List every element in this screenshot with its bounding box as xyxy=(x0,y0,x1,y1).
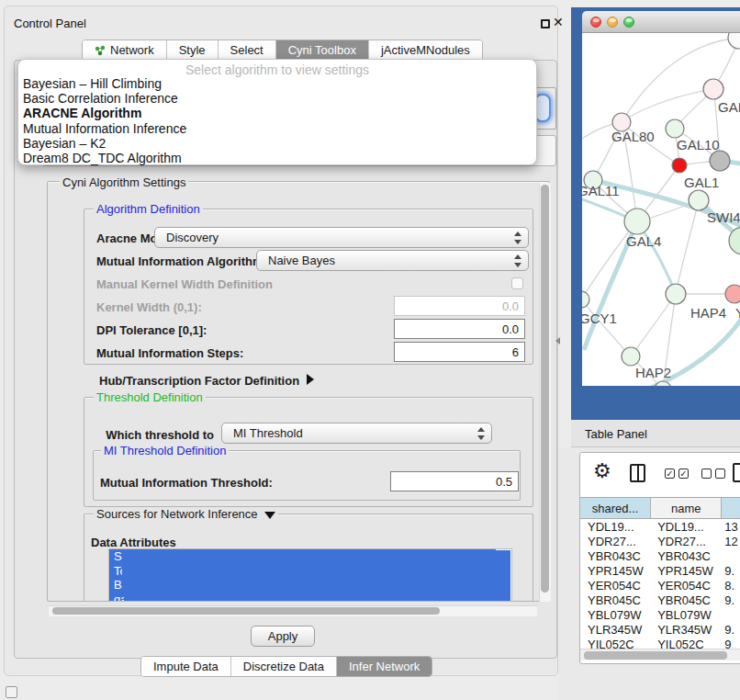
manual-kernel-label: Manual Kernel Width Definition xyxy=(96,277,273,291)
table-row[interactable]: YIL052C YIL052C 9 xyxy=(580,638,740,649)
network-edge[interactable] xyxy=(582,299,631,356)
top-tab-bar: Network Style Select Cyni Toolbox jActiv… xyxy=(82,40,483,61)
column-header-shared[interactable]: shared... xyxy=(580,498,651,518)
tab-infer-network[interactable]: Infer Network xyxy=(337,657,432,676)
cell-value: 9. xyxy=(722,564,740,579)
stepper-icon xyxy=(513,231,522,244)
minimize-traffic-icon[interactable] xyxy=(607,17,618,28)
dropdown-item[interactable]: Basic Correlation Inference xyxy=(18,91,536,106)
network-node-gal[interactable] xyxy=(703,79,723,99)
node-label: Y xyxy=(735,305,740,321)
zoom-traffic-icon[interactable] xyxy=(623,17,634,28)
network-node-swi4[interactable] xyxy=(689,190,709,210)
float-window-icon[interactable] xyxy=(541,19,550,28)
column-header-name[interactable]: name xyxy=(651,498,722,518)
table-body: YDL19... YDL19... 13 YDR27... YDR27... 1… xyxy=(580,520,740,649)
cell-shared-name: YER054C xyxy=(580,579,651,593)
tab-cyni-toolbox[interactable]: Cyni Toolbox xyxy=(276,40,369,60)
cell-name: YDR27... xyxy=(651,535,722,549)
network-edge[interactable] xyxy=(622,89,713,122)
tab-impute-data[interactable]: Impute Data xyxy=(141,657,231,676)
kernel-width-field[interactable]: 0.0 xyxy=(394,296,525,316)
manual-kernel-checkbox[interactable] xyxy=(511,277,523,289)
mi-type-select[interactable]: Naive Bayes xyxy=(256,250,529,271)
cell-shared-name: YBR045C xyxy=(580,593,651,608)
table-horizontal-scrollbar[interactable] xyxy=(580,649,740,660)
dpi-tolerance-field[interactable]: 0.0 xyxy=(394,319,525,339)
network-node-gal4[interactable] xyxy=(624,209,650,234)
dropdown-placeholder: Select algorithm to view settings xyxy=(18,60,536,76)
cell-value: 9. xyxy=(722,623,740,638)
node-label: GCY1 xyxy=(582,310,617,326)
close-icon[interactable]: ✕ xyxy=(553,15,564,29)
settings-horizontal-thumb[interactable] xyxy=(52,607,440,615)
checkbox-unchecked-icon[interactable] xyxy=(701,469,712,479)
split-pane-handle[interactable] xyxy=(555,337,560,344)
attributes-scrollbar[interactable] xyxy=(124,550,510,602)
column-header-partial[interactable] xyxy=(722,498,740,518)
dropdown-item[interactable]: Bayesian – Hill Climbing xyxy=(18,76,536,91)
table-row[interactable]: YLR345W YLR345W 9. xyxy=(580,623,740,638)
table-row[interactable]: YBR045C YBR045C 9. xyxy=(580,593,740,608)
node-label: GAL10 xyxy=(677,137,720,152)
checkbox-checked-icon[interactable]: ✓ xyxy=(678,469,689,479)
mi-type-value: Naive Bayes xyxy=(268,254,335,267)
dropdown-item[interactable]: Mutual Information Inference xyxy=(18,121,536,136)
network-node[interactable] xyxy=(728,33,740,49)
checkbox-checked-icon[interactable]: ✓ xyxy=(665,469,675,479)
dropdown-item[interactable]: ARACNE Algorithm xyxy=(18,106,536,120)
sources-label: Sources for Network Inference xyxy=(96,507,258,521)
tab-network[interactable]: Network xyxy=(83,40,167,60)
network-canvas[interactable]: GALGAL80GAL10GAL1GAL11GAL4SWI4GCY1HAP4YH… xyxy=(582,33,740,386)
tab-style[interactable]: Style xyxy=(167,40,219,60)
sources-group-title[interactable]: Sources for Network Inference xyxy=(94,507,278,521)
table-row[interactable]: YDL19... YDL19... 13 xyxy=(580,520,740,535)
cell-shared-name: YBL079W xyxy=(580,608,651,623)
network-window-titlebar[interactable] xyxy=(582,11,740,33)
apply-button[interactable]: Apply xyxy=(251,626,315,647)
dropdown-item[interactable]: Dream8 DC_TDC Algorithm xyxy=(18,151,536,165)
which-threshold-select[interactable]: MI Threshold xyxy=(221,423,492,444)
network-node-y[interactable] xyxy=(725,285,740,303)
network-node-hap4[interactable] xyxy=(666,284,686,304)
collapsed-arrow-icon xyxy=(307,374,314,385)
aracne-mode-select[interactable]: Discovery xyxy=(154,227,529,248)
network-node-gal1[interactable] xyxy=(672,158,687,173)
network-node-gal10[interactable] xyxy=(666,119,684,138)
network-node-gcy1[interactable] xyxy=(582,291,589,308)
network-edge[interactable] xyxy=(631,294,676,356)
network-edge[interactable] xyxy=(676,200,699,294)
kernel-width-label: Kernel Width (0,1): xyxy=(96,300,202,314)
network-node[interactable] xyxy=(710,151,730,171)
dropdown-item[interactable]: Bayesian – K2 xyxy=(18,136,536,151)
hub-definition-toggle[interactable]: Hub/Transcription Factor Definition xyxy=(99,374,314,388)
cell-shared-name: YIL052C xyxy=(580,638,651,649)
cell-name: YIL052C xyxy=(651,638,722,649)
collapsed-panel-icon[interactable] xyxy=(6,686,17,698)
mi-threshold-field[interactable]: 0.5 xyxy=(390,471,519,491)
mi-steps-field[interactable]: 6 xyxy=(394,342,525,362)
table-row[interactable]: YPR145W YPR145W 9. xyxy=(580,564,740,579)
document-icon[interactable] xyxy=(733,463,740,482)
tab-select[interactable]: Select xyxy=(219,40,276,60)
split-columns-icon[interactable] xyxy=(630,464,645,482)
settings-vertical-thumb[interactable] xyxy=(541,185,549,593)
tab-label: Network xyxy=(110,43,154,57)
cell-value xyxy=(722,549,740,564)
table-row[interactable]: YBR043C YBR043C xyxy=(580,549,740,564)
tab-label: Select xyxy=(230,43,263,57)
gear-icon[interactable]: ⚙ xyxy=(593,459,611,483)
table-row[interactable]: YER054C YER054C 8. xyxy=(580,579,740,593)
table-row[interactable]: YDR27... YDR27... 12 xyxy=(580,535,740,549)
close-traffic-icon[interactable] xyxy=(590,17,601,28)
network-node-hap2[interactable] xyxy=(622,347,640,366)
table-scroll-thumb[interactable] xyxy=(584,651,727,660)
table-row[interactable]: YBL079W YBL079W xyxy=(580,608,740,623)
tab-discretize-data[interactable]: Discretize Data xyxy=(231,657,337,676)
bottom-tab-bar: Impute Data Discretize Data Infer Networ… xyxy=(140,656,432,677)
tab-jactivemnodules[interactable]: jActiveMNodules xyxy=(369,40,482,60)
scroll-thumb xyxy=(122,552,509,593)
checkbox-unchecked-icon[interactable] xyxy=(715,469,725,479)
cell-value: 13 xyxy=(722,520,740,535)
cell-name: YLR345W xyxy=(651,623,722,638)
